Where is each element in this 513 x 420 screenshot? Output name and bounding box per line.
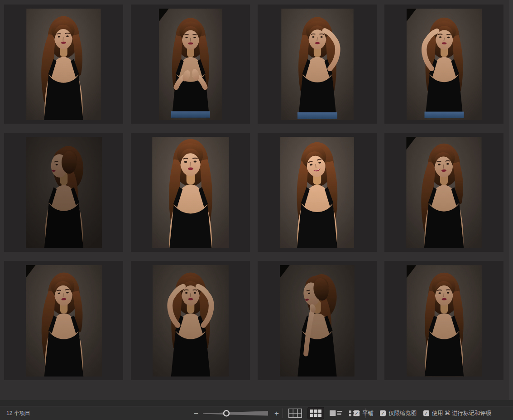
photo-thumbnail-2[interactable]	[131, 5, 250, 124]
photo-grid	[0, 0, 513, 380]
portrait-photo	[159, 9, 222, 120]
portrait-photo	[26, 137, 102, 248]
checkmark-icon: ✓	[380, 410, 386, 416]
portrait-photo	[153, 265, 229, 377]
thumbnail-size-slider[interactable]	[202, 409, 271, 417]
portrait-photo	[407, 9, 482, 120]
content-view-button[interactable]	[328, 409, 344, 418]
scrollbar-track[interactable]	[509, 0, 513, 400]
portrait-photo	[26, 9, 101, 120]
checkmark-icon: ✓	[354, 410, 360, 416]
photo-thumbnail-3[interactable]	[258, 5, 377, 124]
photo-thumbnail-1[interactable]	[4, 5, 123, 124]
portrait-photo	[280, 265, 355, 377]
thumbnails-only-checkbox-label: 仅限缩览图	[388, 410, 417, 417]
photo-thumbnail-10[interactable]	[131, 261, 250, 380]
slider-knob[interactable]	[224, 410, 229, 416]
item-count: 12 个项目	[6, 410, 30, 417]
tile-checkbox-label: 平铺	[362, 410, 374, 417]
photo-thumbnail-11[interactable]	[258, 261, 377, 380]
toolbar-upper-strip	[0, 400, 513, 406]
portrait-photo	[280, 137, 354, 248]
use-cmd-rating-checkbox[interactable]: ✓ 使用 ⌘ 进行标记和评级	[423, 410, 492, 417]
photo-thumbnail-12[interactable]	[384, 261, 503, 380]
portrait-photo	[281, 9, 354, 120]
thumbnail-size-control: − +	[194, 409, 279, 417]
checkmark-icon: ✓	[423, 410, 429, 416]
status-toolbar: 12 个项目 − +	[0, 406, 513, 420]
content-view-icon	[330, 410, 342, 417]
use-cmd-rating-checkbox-label: 使用 ⌘ 进行标记和评级	[432, 410, 492, 417]
grid-view-icon	[310, 410, 321, 417]
zoom-out-button[interactable]: −	[194, 410, 198, 417]
toolbar-separator	[283, 409, 283, 418]
slider-track[interactable]	[203, 411, 268, 415]
photo-thumbnail-5[interactable]	[4, 133, 123, 252]
tile-checkbox[interactable]: ✓ 平铺	[354, 410, 374, 417]
grid-view-button[interactable]	[307, 407, 324, 420]
survey-grid-icon	[288, 409, 302, 418]
bottom-chrome: 12 个项目 − +	[0, 400, 513, 420]
portrait-photo	[152, 137, 229, 248]
photo-thumbnail-8[interactable]	[384, 133, 503, 252]
photo-grid-viewport	[0, 0, 513, 400]
zoom-in-button[interactable]: +	[274, 410, 279, 417]
portrait-photo	[26, 265, 102, 377]
photo-thumbnail-6[interactable]	[131, 133, 250, 252]
portrait-photo	[407, 265, 482, 377]
photo-thumbnail-4[interactable]	[384, 5, 503, 124]
option-checkboxes: ✓ 平铺 ✓ 仅限缩览图 ✓ 使用 ⌘ 进行标记和评级	[354, 410, 491, 417]
photo-thumbnail-7[interactable]	[258, 133, 377, 252]
portrait-photo	[406, 137, 482, 248]
photo-thumbnail-9[interactable]	[4, 261, 123, 380]
survey-view-button[interactable]	[287, 407, 303, 420]
thumbnails-only-checkbox[interactable]: ✓ 仅限缩览图	[380, 410, 417, 417]
